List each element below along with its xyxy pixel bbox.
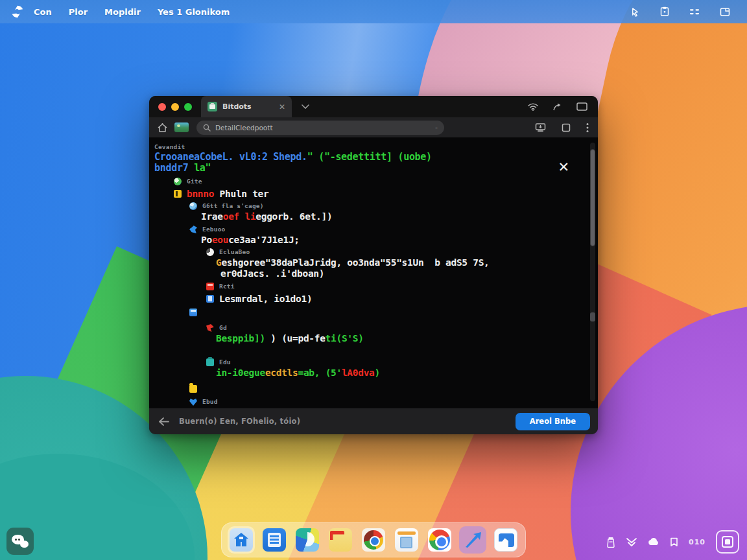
console-node-label: G6tt fla s'cage)	[202, 201, 264, 211]
clipboard-icon[interactable]	[659, 6, 670, 17]
tab-list-chevron-icon[interactable]	[301, 104, 310, 110]
files-app-icon	[395, 528, 418, 552]
dock-item-share[interactable]	[459, 526, 486, 554]
window-statusbar: Buern(o) Een, FOhelio, tóio) Areol Bnbe	[149, 408, 598, 434]
browser-toolbar: DetailCleedpoott -	[149, 117, 598, 137]
primary-action-button[interactable]: Areol Bnbe	[516, 413, 590, 430]
chat-bubbles-icon	[12, 535, 29, 548]
console-text-segment: )	[375, 368, 380, 378]
folder-yellow-icon	[189, 385, 197, 393]
square-red-icon	[206, 283, 214, 290]
console-line: Rcti	[206, 281, 587, 292]
extensions-icon[interactable]	[562, 123, 571, 132]
console-line	[189, 307, 587, 318]
browser-tab[interactable]: Bitdots ✕	[201, 96, 292, 117]
dock-item-swirl[interactable]	[294, 526, 321, 554]
wifi-icon[interactable]	[528, 102, 538, 111]
system-tray: 010	[606, 530, 739, 554]
jar-icon[interactable]	[606, 537, 615, 548]
window-controls	[158, 103, 192, 111]
console-text-segment: eshgoree"38daPlaJridg, oo3nda"55"s1Un b …	[221, 257, 489, 268]
toolbar-right-icons	[535, 122, 589, 133]
browser-window: Bitdots ✕ DetailCleedpoott -	[149, 96, 598, 434]
download-panel-icon[interactable]	[535, 122, 546, 132]
search-icon	[203, 124, 211, 132]
square-blue-icon	[206, 295, 214, 303]
globe-green-icon	[174, 178, 182, 185]
console-text-segment: CrooaneaCobeL. vL0:2 Shepd.	[154, 151, 307, 163]
console-close-icon[interactable]: ✕	[558, 161, 569, 174]
menubar-items: ConPlorMopldirYes 1 Glonikom	[34, 7, 230, 17]
zoom-window-button[interactable]	[184, 103, 192, 111]
menu-item-4[interactable]: Yes 1 Glonikom	[158, 7, 230, 17]
console-line: Geshgoree"38daPlaJridg, oo3nda"55"s1Un b…	[216, 257, 587, 268]
console-text-segment: Besppib])	[216, 333, 265, 344]
dock-item-home[interactable]	[228, 526, 255, 554]
console-text-segment: er0dJacs. .i'dboan)	[220, 268, 324, 279]
system-logo-icon[interactable]	[10, 5, 25, 19]
console-line	[189, 384, 587, 394]
console-node-label: Eebuoo	[202, 224, 226, 235]
chat-app-icon[interactable]	[6, 528, 34, 555]
address-text: DetailCleedpoott	[215, 124, 431, 132]
dock	[221, 522, 526, 557]
scrollbar-thumb[interactable]	[590, 149, 595, 246]
dock-item-chrome[interactable]	[426, 526, 453, 554]
console-text-segment: " ("-sedettitt] (uobe)	[307, 151, 432, 163]
scrollbar-track[interactable]	[590, 143, 595, 401]
console-text-segment: (5'	[326, 368, 342, 378]
window-icon[interactable]	[720, 7, 730, 17]
pointer-icon[interactable]	[630, 7, 640, 17]
console-node-label: Edu	[219, 357, 231, 368]
console-node-label: Gd	[219, 323, 227, 333]
console-text-segment: eggorb. 6et.])	[255, 211, 332, 222]
list-icon[interactable]	[689, 7, 700, 16]
kebab-menu-icon[interactable]	[586, 122, 589, 133]
double-chevron-down-icon[interactable]	[626, 537, 637, 547]
folder-app-icon	[329, 528, 352, 552]
menu-item-1[interactable]: Con	[34, 7, 52, 17]
console-text-segment: in-i0egue	[216, 368, 265, 378]
dock-item-docs[interactable]	[261, 526, 288, 554]
address-bar[interactable]: DetailCleedpoott -	[196, 121, 444, 135]
dial-indicator: 010	[689, 538, 706, 546]
tab-title: Bitdots	[222, 102, 274, 111]
share-arrow-icon[interactable]	[552, 102, 562, 111]
bird-blue-icon	[189, 226, 197, 233]
home-icon[interactable]	[157, 122, 168, 133]
back-arrow-icon[interactable]	[158, 417, 170, 426]
console-text-segment: bnddr7	[154, 162, 194, 174]
menu-item-3[interactable]: Mopldir	[104, 7, 141, 17]
console-line: Gd	[206, 323, 587, 333]
bookmark-icon[interactable]	[670, 537, 678, 547]
page-content: CevanditCrooaneaCobeL. vL0:2 Shepd." ("-…	[149, 137, 598, 408]
console-line: Besppib]) ) (u=pd-feti(S'S)	[216, 333, 587, 344]
show-desktop-button[interactable]	[716, 530, 739, 554]
console-line: bnddr7 la"	[154, 163, 587, 174]
close-window-button[interactable]	[158, 103, 166, 111]
flag-red-icon	[206, 324, 214, 332]
console-line: er0dJacs. .i'dboan)	[220, 268, 587, 279]
window-outline-icon[interactable]	[576, 102, 587, 111]
dock-item-folder[interactable]	[327, 526, 354, 554]
console-text-segment: ) (u=pd-fe	[265, 333, 326, 344]
console-text-segment: eou	[212, 235, 228, 245]
scrollbar-nub	[590, 312, 595, 321]
cloud-icon[interactable]	[648, 537, 659, 546]
tab-favicon-icon	[208, 102, 217, 111]
console-text-segment: Po	[201, 235, 212, 245]
console-text-segment: Irae	[201, 211, 223, 222]
dock-item-photos[interactable]	[492, 526, 519, 554]
site-thumbnail-icon[interactable]	[174, 122, 189, 132]
console-line: Lesmrdal, io1do1)	[206, 293, 587, 305]
stacked-windows-icon	[721, 535, 734, 548]
console-node-label: Rcti	[219, 281, 235, 292]
menu-item-2[interactable]: Plor	[69, 7, 88, 17]
desktop: ConPlorMopldirYes 1 Glonikom Bitdots ✕	[0, 0, 747, 560]
dock-item-wheel[interactable]	[360, 526, 387, 554]
tab-strip: Bitdots ✕	[149, 96, 598, 117]
tab-close-icon[interactable]: ✕	[279, 102, 285, 111]
dock-item-files[interactable]	[393, 526, 420, 554]
minimize-window-button[interactable]	[171, 103, 179, 111]
console-line: Poeouce3aa'7J1e1J;	[201, 235, 587, 246]
